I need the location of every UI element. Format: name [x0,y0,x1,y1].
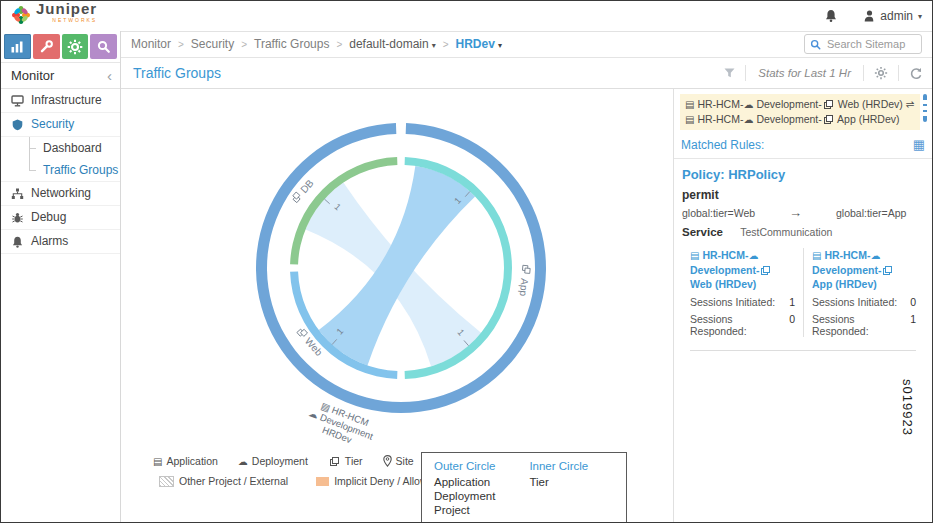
application-icon: ▤ [685,114,694,125]
deployment-icon: ☁ [748,250,758,261]
settings-gear-icon[interactable] [874,66,888,80]
gear-icon [67,39,83,55]
grid-view-icon[interactable]: ▦ [913,139,925,151]
app-window: Juniper NETWORKS admin ▾ [0,0,933,523]
service-label: Service [682,226,723,238]
flow-endpoint-web[interactable]: ▤ HR-HCM-☁ Development- Web (HRDev)⇌ [685,97,915,112]
user-menu[interactable]: admin ▾ [864,9,922,23]
tier-icon [761,266,770,275]
security-subtree: Dashboard Traffic Groups [1,137,120,182]
tier-icon [824,115,833,124]
deployment-icon: ☁ [238,456,248,467]
flow-endpoint-app[interactable]: ▤ HR-HCM-☁ Development- App (HRDev) [685,112,915,127]
sidebar-item-infrastructure[interactable]: Infrastructure [1,89,120,113]
tier-icon [824,100,833,109]
web-sessions-initiated: 1 [789,296,795,308]
wrench-icon [39,39,54,54]
matched-rules-link[interactable]: Matched Rules: [681,138,764,152]
circle-legend-box: Outer Circle Application Deployment Proj… [421,452,627,523]
monitor-workspace-button[interactable] [4,34,31,59]
sidebar-item-debug[interactable]: Debug [1,206,120,230]
shield-icon [11,119,24,131]
site-pin-icon [383,455,392,467]
endpoint-web-link[interactable]: ▤ HR-HCM-☁ Development- Web (HRDev) [690,248,795,291]
arrow-right-icon: → [755,205,836,220]
breadcrumb-monitor[interactable]: Monitor [131,37,171,51]
search-icon [96,39,111,54]
service-value: TestCommunication [740,226,832,238]
details-panel: ▤ HR-HCM-☁ Development- Web (HRDev)⇌ ▤ H… [673,89,932,522]
juniper-flower-icon [11,5,31,25]
workspace-switcher [1,31,120,63]
legend-implicit-deny: Implicit Deny / Allow [316,475,427,487]
sidebar-item-security[interactable]: Security [1,113,120,137]
legend-other-project: Other Project / External [159,475,288,487]
application-icon: ▤ [812,250,821,261]
endpoint-web-column: ▤ HR-HCM-☁ Development- Web (HRDev) Sess… [682,248,803,337]
notifications-bell-icon[interactable] [824,9,838,23]
entity-caret-icon: ▾ [498,41,502,50]
legend-application: ▤ Application [153,455,218,467]
endpoint-app-link[interactable]: ▤ HR-HCM-☁ Development- App (HRDev) [812,248,916,291]
swatch-legend: Other Project / External Implicit Deny /… [159,475,428,487]
sidebar-item-traffic-groups[interactable]: Traffic Groups [1,159,120,181]
svg-text:DB: DB [298,177,316,195]
sidebar-item-networking[interactable]: Networking [1,182,120,206]
application-icon: ▤ [153,456,162,467]
web-sessions-responded: 0 [789,313,795,337]
content-toolbar: Traffic Groups Stats for Last 1 Hr [121,58,932,89]
flow-actions-kebab-button[interactable] [923,94,927,122]
traffic-chord-diagram[interactable]: 1111AppWebDB▤ HR-HCM☁ DevelopmentHRDev [121,89,673,449]
juniper-logo: Juniper NETWORKS [11,4,97,25]
legend-tier: Tier [328,455,363,467]
top-header: Juniper NETWORKS admin ▾ [1,1,932,32]
sitemap-search-input[interactable] [825,37,909,51]
domain-caret-icon: ▾ [432,41,436,50]
breadcrumb-security[interactable]: Security [191,37,234,51]
policy-source: global:tier=Web [682,207,755,219]
legend-site: Site [383,455,414,467]
deployment-icon: ☁ [743,99,753,110]
breadcrumb-traffic-groups[interactable]: Traffic Groups [254,37,329,51]
bug-icon [11,212,24,224]
sitemap-search[interactable] [804,34,922,54]
stats-period-label: Stats for Last 1 Hr [756,67,853,79]
policy-action: permit [682,188,924,202]
deployment-icon: ☁ [743,114,753,125]
sidebar-item-alarms[interactable]: Alarms [1,230,120,254]
devices-workspace-button[interactable] [33,34,60,59]
sidebar-collapse-icon[interactable]: ‹ [107,63,112,88]
policy-title-link[interactable]: Policy: HRPolicy [682,167,924,182]
figure-id-watermark: s019923 [900,379,915,436]
svg-text:App: App [518,278,531,297]
entity-selector[interactable]: HRDev▾ [456,37,502,51]
refresh-icon[interactable] [909,67,922,80]
application-icon: ▤ [685,99,694,110]
app-sessions-responded: 1 [910,313,916,337]
app-sessions-initiated: 0 [910,296,916,308]
legend-deployment: ☁ Deployment [238,455,308,467]
swap-direction-icon[interactable]: ⇌ [906,98,915,110]
policy-details: Policy: HRPolicy permit global:tier=Web … [674,159,932,351]
sidebar-item-dashboard[interactable]: Dashboard [1,137,120,159]
user-caret-icon: ▾ [918,12,922,21]
selected-flow-box: ▤ HR-HCM-☁ Development- Web (HRDev)⇌ ▤ H… [680,94,920,130]
sidebar: Monitor ‹ Infrastructure Security Dashbo… [1,31,121,522]
user-icon [864,10,875,22]
application-icon: ▤ [690,250,699,261]
reports-workspace-button[interactable] [90,34,117,59]
bar-chart-icon [9,39,25,55]
domain-selector[interactable]: default-domain▾ [349,37,435,51]
configure-workspace-button[interactable] [62,34,89,59]
main-content: 1111AppWebDB▤ HR-HCM☁ DevelopmentHRDev ▤… [121,89,673,522]
hatch-swatch [159,476,174,487]
outer-circle-legend: Outer Circle Application Deployment Proj… [434,460,495,519]
endpoint-app-column: ▤ HR-HCM-☁ Development- App (HRDev) Sess… [803,248,924,337]
breadcrumb: Monitor > Security > Traffic Groups > de… [121,31,932,58]
filter-icon[interactable] [724,68,735,78]
tier-icon [330,457,339,466]
tier-icon [883,266,892,275]
deployment-icon: ☁ [870,250,880,261]
entity-type-legend: ▤ Application ☁ Deployment Tier Site [153,455,414,467]
orange-swatch [316,477,329,486]
